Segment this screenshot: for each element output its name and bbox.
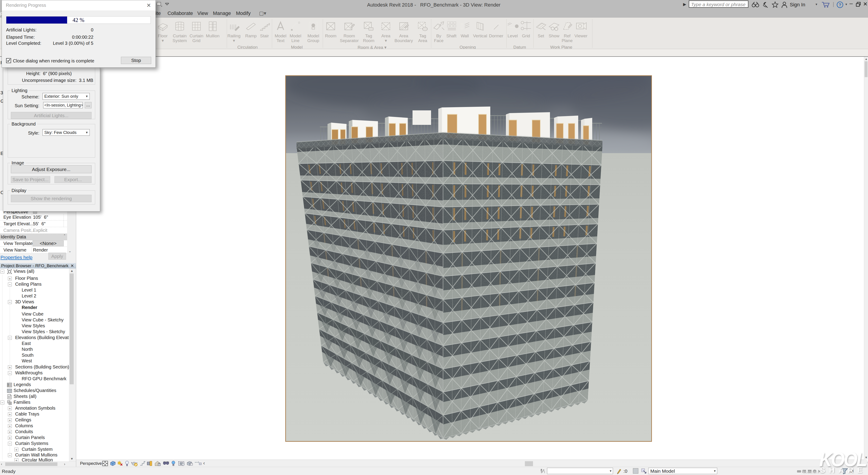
svg-text:?: ?	[839, 2, 841, 7]
